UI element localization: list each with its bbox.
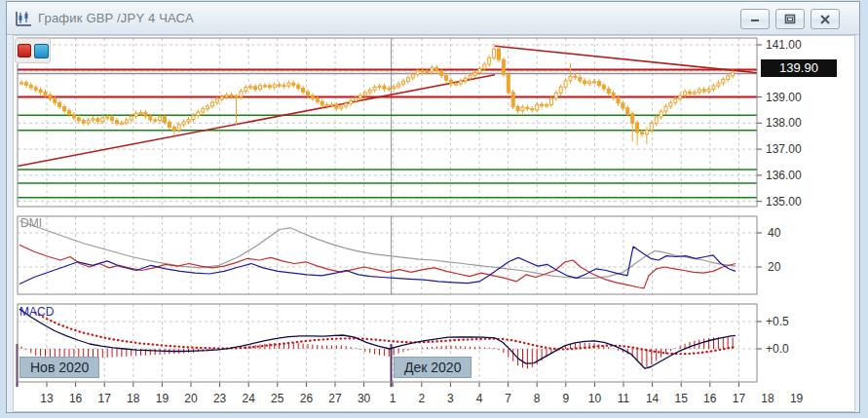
date-axis-label: 18 bbox=[127, 392, 140, 405]
dmi-panel-label: DMI bbox=[20, 216, 42, 230]
date-axis-label: 8 bbox=[534, 392, 541, 405]
date-axis-label: 9 bbox=[562, 392, 569, 405]
date-axis-label: 15 bbox=[675, 392, 689, 405]
price-axis-label: 141.00 bbox=[766, 38, 802, 52]
price-axis-label: 138.00 bbox=[766, 116, 802, 130]
date-axis-label: 27 bbox=[328, 392, 342, 405]
date-axis-label: 16 bbox=[69, 392, 83, 405]
price-axis-label: 136.00 bbox=[766, 169, 802, 182]
date-axis-label: 11 bbox=[618, 392, 630, 405]
sell-button[interactable] bbox=[18, 44, 31, 57]
price-axis-label: 139.00 bbox=[766, 91, 802, 104]
date-axis-label: 18 bbox=[761, 392, 774, 405]
date-axis-label: 24 bbox=[243, 392, 256, 405]
macd-axis-label: +0.5 bbox=[766, 315, 789, 328]
trade-buttons-panel bbox=[15, 38, 51, 63]
date-axis-label: 16 bbox=[703, 392, 717, 405]
date-axis-label: 14 bbox=[646, 392, 660, 405]
date-axis-label: 17 bbox=[733, 392, 746, 405]
date-axis-label: 7 bbox=[505, 392, 511, 405]
date-axis-label: 3 bbox=[447, 392, 454, 405]
dmi-axis-label: 20 bbox=[768, 260, 781, 274]
date-axis-label: 25 bbox=[271, 392, 284, 405]
dmi-axis-label: 40 bbox=[768, 226, 781, 240]
date-axis-label: 20 bbox=[184, 392, 198, 405]
price-axis-label: 135.00 bbox=[766, 195, 802, 209]
macd-axis-label: +0.0 bbox=[766, 342, 789, 356]
date-axis-label: 1 bbox=[390, 392, 396, 405]
date-axis-label: 4 bbox=[476, 392, 483, 405]
date-axis-label: 17 bbox=[98, 392, 112, 405]
month-label-dec: Дек 2020 bbox=[394, 357, 472, 378]
chart-canvas[interactable]: 141.00139.00138.00137.00136.00135.004020… bbox=[0, 0, 868, 418]
price-axis-label: 137.00 bbox=[766, 142, 802, 156]
date-axis-label: 23 bbox=[213, 392, 227, 405]
date-axis-label: 10 bbox=[588, 392, 602, 405]
date-axis-label: 2 bbox=[418, 392, 425, 405]
date-axis-label: 26 bbox=[300, 392, 314, 405]
current-price-tag: 139.90 bbox=[761, 59, 837, 77]
month-label-nov: Нов 2020 bbox=[19, 357, 99, 378]
buy-button[interactable] bbox=[34, 44, 49, 58]
macd-panel-label: MACD bbox=[19, 305, 54, 319]
date-axis-label: 13 bbox=[40, 392, 54, 405]
date-axis-label: 19 bbox=[790, 392, 804, 405]
date-axis-label: 19 bbox=[156, 392, 170, 405]
date-axis-label: 30 bbox=[358, 392, 371, 405]
